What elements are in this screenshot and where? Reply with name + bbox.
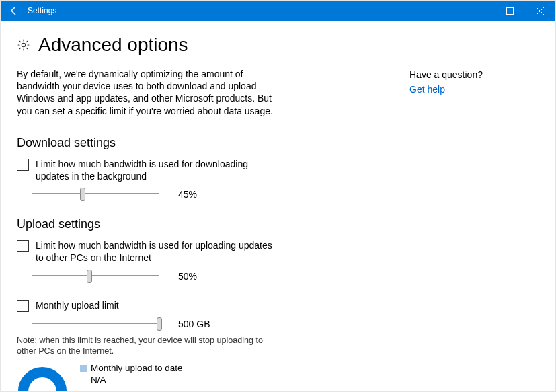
main-column: Advanced options By default, we're dynam… xyxy=(17,34,393,392)
upload-slider-thumb[interactable] xyxy=(87,270,92,283)
upload-slider-value: 50% xyxy=(178,271,215,282)
maximize-icon xyxy=(506,7,514,15)
svg-point-1 xyxy=(22,43,25,46)
page-title: Advanced options xyxy=(38,34,188,56)
monthly-slider-value: 500 GB xyxy=(178,319,215,329)
download-limit-checkbox[interactable] xyxy=(17,159,29,171)
arrow-left-icon xyxy=(9,5,19,16)
usage-row: Monthly upload to date N/A Amount left 5… xyxy=(17,363,393,392)
page-heading: Advanced options xyxy=(17,34,393,56)
monthly-limit-checkbox[interactable] xyxy=(17,300,29,312)
back-button[interactable] xyxy=(1,1,28,21)
download-slider-thumb[interactable] xyxy=(80,188,85,201)
legend-swatch-used xyxy=(80,365,87,372)
legend-used-value: N/A xyxy=(91,375,183,386)
monthly-slider-thumb[interactable] xyxy=(157,317,162,331)
legend-used-label: Monthly upload to date xyxy=(91,363,183,375)
get-help-link[interactable]: Get help xyxy=(409,84,524,95)
upload-slider[interactable] xyxy=(32,270,159,283)
close-icon xyxy=(537,7,544,15)
upload-slider-row: 50% xyxy=(32,270,393,283)
page-body: Advanced options By default, we're dynam… xyxy=(1,21,555,392)
download-limit-row: Limit how much bandwidth is used for dow… xyxy=(17,158,282,182)
titlebar: Settings xyxy=(1,1,555,21)
monthly-limit-row: Monthly upload limit xyxy=(17,299,282,312)
download-section-title: Download settings xyxy=(17,136,393,150)
window-maximize-button[interactable] xyxy=(495,1,525,21)
aside-column: Have a question? Get help xyxy=(409,34,524,392)
svg-rect-0 xyxy=(507,7,514,14)
gear-icon xyxy=(17,38,30,52)
window-controls xyxy=(465,1,555,21)
legend-item-used: Monthly upload to date N/A xyxy=(80,363,183,386)
svg-point-2 xyxy=(24,372,62,392)
upload-limit-checkbox[interactable] xyxy=(17,240,29,252)
window-close-button[interactable] xyxy=(525,1,555,21)
download-slider[interactable] xyxy=(32,188,159,201)
aside-question: Have a question? xyxy=(409,69,524,80)
monthly-limit-label: Monthly upload limit xyxy=(36,299,119,311)
upload-limit-label: Limit how much bandwidth is used for upl… xyxy=(36,239,282,264)
download-slider-value: 45% xyxy=(178,189,215,200)
monthly-limit-note: Note: when this limit is reached, your d… xyxy=(17,335,282,357)
download-slider-row: 45% xyxy=(32,188,393,201)
download-limit-label: Limit how much bandwidth is used for dow… xyxy=(36,158,282,182)
upload-section-title: Upload settings xyxy=(17,217,393,231)
usage-donut-chart xyxy=(17,366,68,392)
monthly-slider[interactable] xyxy=(32,317,159,331)
monthly-slider-row: 500 GB xyxy=(32,317,393,331)
upload-limit-row: Limit how much bandwidth is used for upl… xyxy=(17,239,282,264)
minimize-icon xyxy=(476,7,483,15)
usage-legend: Monthly upload to date N/A Amount left 5… xyxy=(80,363,183,392)
window-title: Settings xyxy=(28,6,56,15)
window-minimize-button[interactable] xyxy=(465,1,495,21)
intro-text: By default, we're dynamically optimizing… xyxy=(17,68,282,117)
